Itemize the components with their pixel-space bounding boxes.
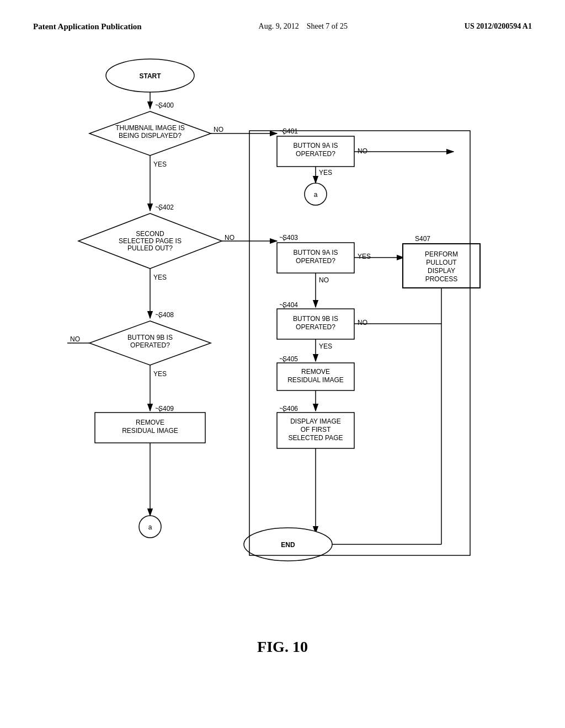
figure-title: FIG. 10	[33, 638, 532, 656]
header-left: Patent Application Publication	[33, 22, 142, 31]
header-sheet: Sheet 7 of 25	[307, 22, 348, 30]
s407-text3: DISPLAY	[428, 267, 455, 275]
s403-text2: OPERATED?	[296, 257, 335, 265]
s407-step-label: S407	[415, 235, 430, 243]
s406-text3: SELECTED PAGE	[288, 434, 343, 442]
s409-step-label: S409	[158, 405, 174, 413]
s408-no: NO	[70, 335, 80, 343]
s402-yes: YES	[153, 274, 167, 281]
s404-text1: BUTTON 9B IS	[293, 315, 338, 323]
s404-yes: YES	[319, 342, 332, 350]
s401-step-label: S401	[282, 127, 298, 135]
s404-step-label: S404	[282, 301, 298, 309]
s404-text2: OPERATED?	[296, 323, 335, 331]
s403-yes: YES	[358, 253, 371, 260]
s404-no: NO	[358, 319, 367, 326]
end-label: END	[281, 541, 295, 549]
s405-step-label: S405	[282, 355, 298, 363]
svg-rect-32	[249, 131, 470, 555]
s403-no: NO	[319, 276, 329, 284]
s403-step-label: S403	[282, 234, 298, 242]
s400-text2: BEING DISPLAYED?	[119, 132, 182, 140]
s402-text1: SECOND	[136, 230, 164, 238]
s400-step-label: S400	[158, 101, 174, 109]
s408-yes: YES	[153, 370, 167, 378]
s400-no: NO	[214, 126, 223, 133]
start-label: START	[139, 72, 161, 80]
s407-text2: PULLOUT	[426, 259, 457, 266]
s409-text1: REMOVE	[136, 419, 164, 426]
header-right: US 2012/0200594 A1	[465, 22, 532, 31]
s408-text1: BUTTON 9B IS	[127, 334, 173, 341]
flowchart-svg: START S400 THUMBNAIL IMAGE IS BEING DISP…	[40, 48, 525, 627]
s401-yes: YES	[319, 169, 332, 176]
s406-text2: OF FIRST	[301, 426, 331, 433]
s402-text2: SELECTED PAGE IS	[119, 237, 182, 245]
connector-a-top: a	[314, 191, 318, 199]
s406-text1: DISPLAY IMAGE	[290, 417, 341, 425]
header-center: Aug. 9, 2012 Sheet 7 of 25	[259, 22, 348, 31]
s409-text2: RESIDUAL IMAGE	[122, 427, 178, 435]
flowchart-container: START S400 THUMBNAIL IMAGE IS BEING DISP…	[33, 48, 532, 627]
s405-text1: REMOVE	[301, 368, 330, 376]
s406-step-label: S406	[282, 405, 298, 413]
s405-text2: RESIDUAL IMAGE	[287, 376, 344, 384]
s402-step-label: S402	[158, 204, 174, 211]
s403-text1: BUTTON 9A IS	[293, 249, 338, 256]
s402-text3: PULLED OUT?	[127, 244, 173, 252]
s401-text2: OPERATED?	[296, 150, 335, 158]
s408-step-label: S408	[158, 311, 174, 319]
header-date: Aug. 9, 2012	[259, 22, 299, 30]
s400-text1: THUMBNAIL IMAGE IS	[115, 124, 185, 132]
s401-text1: BUTTON 9A IS	[293, 142, 338, 149]
s408-text2: OPERATED?	[130, 341, 170, 349]
s401-no: NO	[358, 147, 367, 155]
connector-a-bottom: a	[148, 523, 152, 531]
s407-text4: PROCESS	[425, 275, 458, 283]
header: Patent Application Publication Aug. 9, 2…	[33, 22, 532, 31]
s407-text1: PERFORM	[425, 250, 458, 258]
page: Patent Application Publication Aug. 9, 2…	[0, 0, 565, 728]
s402-no: NO	[225, 234, 234, 242]
s400-yes: YES	[153, 160, 167, 168]
